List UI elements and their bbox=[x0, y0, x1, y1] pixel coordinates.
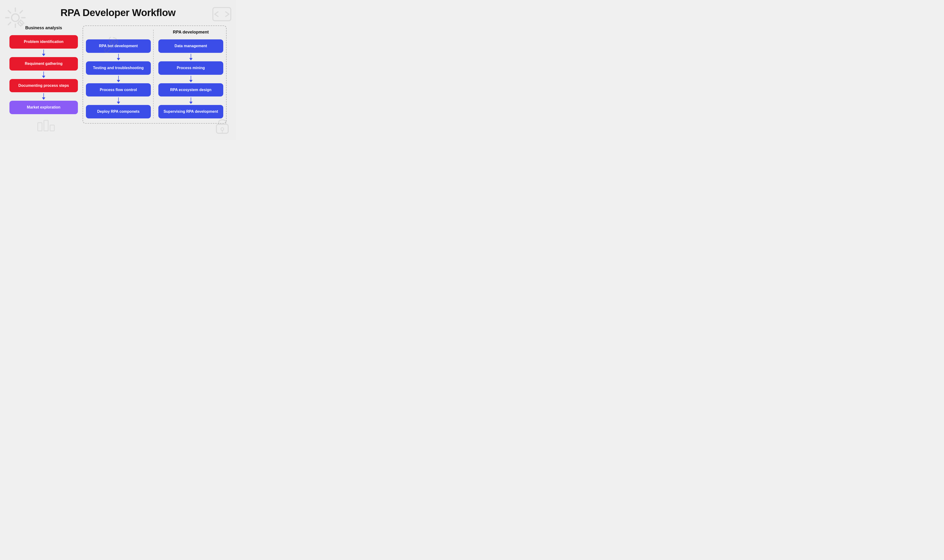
page-title: RPA Developer Workflow bbox=[9, 7, 226, 18]
rpa-ecosystem-design-box: RPA ecosystem design bbox=[159, 83, 223, 97]
deploy-rpa-componets-box: Deploy RPA componets bbox=[86, 105, 151, 118]
bar-chart-icon bbox=[37, 118, 55, 133]
arrow-head bbox=[189, 80, 192, 82]
svg-rect-16 bbox=[38, 123, 42, 131]
arrow-line bbox=[118, 76, 119, 80]
wrench-icon bbox=[104, 37, 118, 54]
arrow-2 bbox=[42, 71, 45, 78]
arrow-head bbox=[42, 54, 45, 56]
arrow-head bbox=[117, 58, 120, 60]
rpa-middle-column: RPA development RPA bot development Test… bbox=[86, 30, 154, 118]
arrow-line bbox=[43, 71, 44, 76]
code-icon bbox=[213, 7, 231, 22]
arrow-9 bbox=[189, 97, 192, 104]
rpa-right-column: RPA development Data management Process … bbox=[156, 30, 223, 118]
arrow-7 bbox=[189, 54, 192, 60]
right-flow: Data management Process mining RPA ecosy… bbox=[159, 39, 223, 118]
arrow-1 bbox=[42, 49, 45, 56]
rpa-development-label-right: RPA development bbox=[173, 30, 209, 35]
arrow-3 bbox=[42, 93, 45, 100]
svg-line-5 bbox=[8, 11, 11, 13]
arrow-line bbox=[191, 97, 191, 102]
arrow-4 bbox=[117, 54, 120, 60]
process-flow-control-box: Process flow control bbox=[86, 83, 151, 97]
market-exploration-box: Market exploration bbox=[9, 101, 78, 114]
arrow-line bbox=[43, 49, 44, 54]
business-analysis-column: Business analysis Problem identification… bbox=[9, 26, 78, 114]
svg-line-6 bbox=[20, 22, 22, 25]
arrow-line bbox=[43, 93, 44, 97]
documenting-process-steps-box: Documenting process steps bbox=[9, 79, 78, 92]
arrow-line bbox=[118, 54, 119, 58]
requirement-gathering-box: Requiment gathering bbox=[9, 57, 78, 71]
arrow-head bbox=[117, 102, 120, 104]
rpa-bot-development-box: RPA bot development bbox=[86, 39, 151, 53]
arrow-6 bbox=[117, 97, 120, 104]
svg-line-8 bbox=[8, 22, 11, 25]
svg-point-0 bbox=[12, 14, 19, 22]
page: RPA Developer Workflow Business analysis… bbox=[0, 0, 236, 140]
problem-identification-box: Problem identification bbox=[9, 35, 78, 49]
middle-flow: RPA bot development Testing and troubles… bbox=[86, 39, 151, 118]
arrow-head bbox=[42, 76, 45, 78]
arrow-line bbox=[118, 97, 119, 102]
gear-icon bbox=[5, 7, 26, 29]
svg-point-20 bbox=[221, 128, 224, 131]
arrow-head bbox=[189, 58, 192, 60]
arrow-head bbox=[189, 102, 192, 104]
testing-troubleshooting-box: Testing and troubleshooting bbox=[86, 62, 151, 75]
process-mining-box: Process mining bbox=[159, 62, 223, 75]
arrow-head bbox=[42, 97, 45, 100]
svg-line-7 bbox=[20, 11, 22, 13]
svg-rect-17 bbox=[44, 120, 48, 131]
lock-icon bbox=[215, 117, 229, 135]
svg-rect-18 bbox=[50, 125, 54, 131]
supervising-rpa-development-box: Supervising RPA development bbox=[159, 105, 223, 118]
business-analysis-flow: Problem identification Requiment gatheri… bbox=[9, 35, 78, 114]
arrow-line bbox=[191, 76, 191, 80]
arrow-8 bbox=[189, 76, 192, 82]
business-analysis-label: Business analysis bbox=[25, 26, 62, 31]
arrow-line bbox=[191, 54, 191, 58]
data-management-box: Data management bbox=[159, 39, 223, 53]
svg-point-15 bbox=[111, 40, 115, 44]
arrow-head bbox=[117, 80, 120, 82]
arrow-5 bbox=[117, 76, 120, 82]
columns-container: Business analysis Problem identification… bbox=[9, 26, 226, 124]
